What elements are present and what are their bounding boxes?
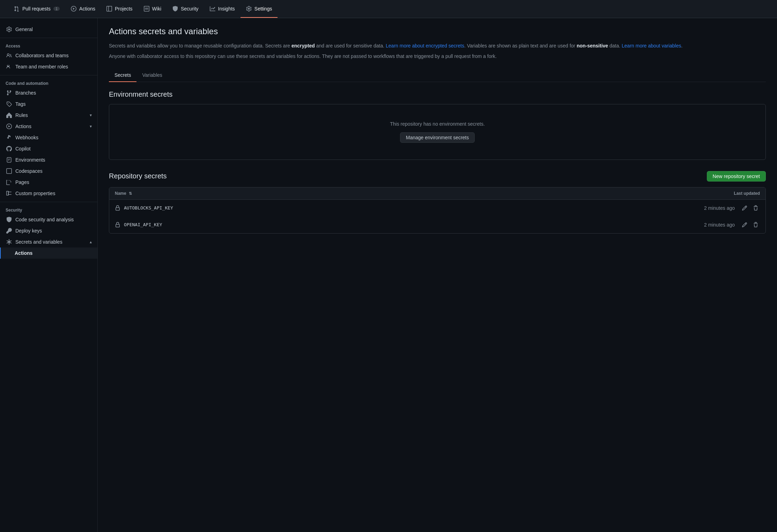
sidebar-code-security-label: Code security and analysis	[15, 217, 74, 222]
nav-actions-label: Actions	[79, 6, 95, 12]
openai-delete-button[interactable]	[752, 221, 760, 229]
tab-secrets[interactable]: Secrets	[109, 69, 136, 82]
sidebar-item-code-security[interactable]: Code security and analysis	[0, 214, 97, 225]
sidebar-item-webhooks[interactable]: Webhooks	[0, 132, 97, 143]
edit-icon-openai	[742, 222, 747, 228]
env-secrets-title: Environment secrets	[109, 90, 172, 98]
projects-nav-icon	[106, 6, 112, 12]
sidebar-copilot-label: Copilot	[15, 146, 31, 152]
nav-projects-label: Projects	[115, 6, 133, 12]
webhook-icon	[6, 135, 12, 140]
nav-pull-requests[interactable]: Pull requests 1	[8, 0, 65, 18]
nav-settings[interactable]: Settings	[240, 0, 278, 18]
lock-icon-openai	[115, 222, 120, 228]
actions-nav-icon	[71, 6, 76, 12]
pull-requests-badge: 1	[53, 7, 60, 11]
asterisk-icon	[6, 239, 12, 245]
tab-variables[interactable]: Variables	[136, 69, 168, 82]
sidebar-deploy-keys-label: Deploy keys	[15, 228, 42, 234]
repository-secrets-heading: Repository secrets New repository secret	[109, 171, 766, 182]
column-last-updated: Last updated	[443, 187, 765, 200]
sidebar-environments-label: Environments	[15, 157, 45, 163]
table-header-row: Name ⇅ Last updated	[109, 187, 765, 200]
sidebar-item-secrets-variables[interactable]: Secrets and variables ▴	[0, 236, 97, 247]
actions-sidebar-icon	[6, 124, 12, 129]
manage-environment-secrets-button[interactable]: Manage environment secrets	[400, 132, 475, 143]
sidebar-item-pages[interactable]: Pages	[0, 177, 97, 188]
learn-more-variables-link[interactable]: Learn more about variables	[622, 43, 681, 49]
autoblocks-delete-button[interactable]	[752, 204, 760, 212]
sidebar-item-environments[interactable]: Environments	[0, 154, 97, 165]
nav-security[interactable]: Security	[167, 0, 204, 18]
secret-name-autoblocks-text: AUTOBLOCKS_API_KEY	[124, 205, 173, 210]
secret-name-autoblocks: AUTOBLOCKS_API_KEY	[115, 205, 438, 211]
lock-icon-autoblocks	[115, 205, 120, 211]
secret-name-cell: AUTOBLOCKS_API_KEY	[109, 200, 443, 216]
settings-nav-icon	[246, 6, 252, 12]
sidebar-item-copilot[interactable]: Copilot	[0, 143, 97, 154]
sidebar-code-automation-title: Code and automation	[0, 78, 97, 87]
rules-icon	[6, 112, 12, 118]
sidebar-item-rules[interactable]: Rules ▾	[0, 110, 97, 121]
desc1-bold2: non-sensitive	[577, 43, 608, 49]
desc1-part2: and are used for sensitive data.	[315, 43, 386, 49]
column-name[interactable]: Name ⇅	[109, 187, 443, 200]
sidebar-item-collaborators[interactable]: Collaborators and teams	[0, 50, 97, 61]
secret-name-openai: OPENAI_API_KEY	[115, 222, 438, 228]
nav-wiki[interactable]: Wiki	[138, 0, 167, 18]
sidebar-item-deploy-keys[interactable]: Deploy keys	[0, 225, 97, 236]
openai-edit-button[interactable]	[740, 221, 749, 229]
sidebar-collaborators-label: Collaborators and teams	[15, 53, 69, 58]
sidebar-item-branches[interactable]: Branches	[0, 87, 97, 98]
learn-more-encrypted-link[interactable]: Learn more about encrypted secrets	[386, 43, 464, 49]
nav-actions[interactable]: Actions	[65, 0, 101, 18]
sidebar-item-codespaces[interactable]: Codespaces	[0, 165, 97, 177]
sidebar-divider-1	[0, 38, 97, 38]
branch-icon	[6, 90, 12, 96]
autoblocks-edit-button[interactable]	[740, 204, 749, 212]
nav-insights-label: Insights	[218, 6, 235, 12]
desc1-part5: .	[681, 43, 682, 49]
autoblocks-actions: 2 minutes ago	[449, 204, 760, 212]
copilot-icon	[6, 146, 12, 152]
desc1-part3: . Variables are shown as plain text and …	[464, 43, 577, 49]
sidebar-webhooks-label: Webhooks	[15, 135, 38, 140]
sidebar-item-team-roles[interactable]: Team and member roles	[0, 61, 97, 72]
nav-settings-label: Settings	[254, 6, 272, 12]
env-secrets-empty-text: This repository has no environment secre…	[118, 121, 757, 127]
sidebar-rules-label: Rules	[15, 112, 28, 118]
properties-icon	[6, 191, 12, 196]
nav-projects[interactable]: Projects	[101, 0, 138, 18]
top-navigation: Pull requests 1 Actions Projects Wiki Se…	[0, 0, 777, 18]
description-2: Anyone with collaborator access to this …	[109, 52, 766, 60]
table-row: AUTOBLOCKS_API_KEY 2 minutes ago	[109, 200, 765, 216]
env-icon	[6, 157, 12, 163]
autoblocks-last-updated: 2 minutes ago	[704, 205, 735, 211]
sidebar-team-roles-label: Team and member roles	[15, 64, 68, 69]
sidebar-actions-secrets-label: Actions	[15, 250, 32, 256]
sidebar-item-actions-secrets[interactable]: Actions	[0, 247, 97, 259]
environment-secrets-heading: Environment secrets	[109, 90, 766, 98]
sidebar-branches-label: Branches	[15, 90, 36, 96]
main-content-area: Actions secrets and variables Secrets an…	[98, 18, 777, 532]
insights-nav-icon	[210, 6, 215, 12]
sidebar-tags-label: Tags	[15, 101, 26, 107]
sidebar-item-general[interactable]: General	[0, 24, 97, 35]
desc1-bold1: encrypted	[291, 43, 315, 49]
new-repository-secret-button[interactable]: New repository secret	[707, 171, 766, 182]
table-row: OPENAI_API_KEY 2 minutes ago	[109, 216, 765, 233]
nav-insights[interactable]: Insights	[204, 0, 240, 18]
sidebar-item-actions[interactable]: Actions ▾	[0, 121, 97, 132]
people-icon	[6, 53, 12, 58]
col-name-label: Name	[115, 191, 126, 196]
gear-icon	[6, 27, 12, 32]
sidebar-access-title: Access	[0, 41, 97, 50]
sidebar-item-custom-properties[interactable]: Custom properties	[0, 188, 97, 199]
secret-time-autoblocks: 2 minutes ago	[443, 200, 765, 216]
desc1-part4: data.	[608, 43, 622, 49]
openai-actions: 2 minutes ago	[449, 221, 760, 229]
sidebar-item-tags[interactable]: Tags	[0, 98, 97, 110]
rules-chevron-icon: ▾	[90, 113, 92, 118]
security-nav-icon	[172, 6, 178, 12]
main-layout: General Access Collaborators and teams T…	[0, 18, 777, 532]
